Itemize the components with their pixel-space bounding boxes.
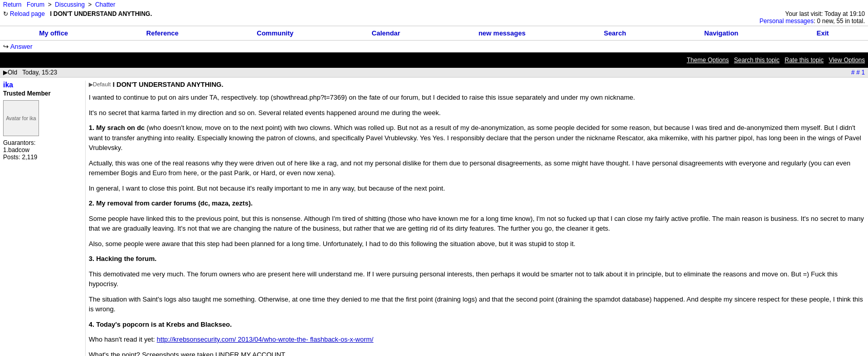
post-title: I DON'T UNDERSTAND ANYTHING. bbox=[113, 81, 223, 88]
post-title-row: ▶Default I DON'T UNDERSTAND ANYTHING. bbox=[89, 81, 865, 88]
thread-header-bar: Theme Options Search this topic Rate thi… bbox=[0, 52, 868, 68]
user-guarantors: Guarantors: 1.badcow bbox=[3, 139, 80, 154]
post-section2-p1: Some people have linked this to the prev… bbox=[89, 214, 865, 234]
post-section1-p2: Actually, this was one of the real reaso… bbox=[89, 158, 865, 178]
post-section4-p2: What's the point? Screenshots were taken… bbox=[89, 350, 865, 357]
nav-calendar[interactable]: Calendar bbox=[372, 29, 401, 37]
reload-row: ↻ Reload page I DON'T UNDERSTAND ANYTHIN… bbox=[3, 10, 152, 17]
answer-section: ↪ Answer bbox=[0, 41, 868, 52]
main-nav: My office Reference Community Calendar n… bbox=[0, 26, 868, 41]
post-section3-p1: This demotivated me very much. The forum… bbox=[89, 269, 865, 289]
section4-header-text: 4. Today's popcorn is at Krebs and Black… bbox=[89, 321, 232, 328]
answer-link[interactable]: Answer bbox=[10, 43, 32, 50]
user-title: Trusted Member bbox=[3, 90, 80, 97]
theme-options-link[interactable]: Theme Options bbox=[687, 57, 729, 64]
user-name-link[interactable]: ika bbox=[3, 81, 13, 89]
guarantors-value: 1.badcow bbox=[3, 146, 29, 154]
top-bar-right: Your last visit: Today at 19:10 Personal… bbox=[760, 10, 865, 25]
return-link[interactable]: Return bbox=[3, 1, 22, 8]
nav-navigation[interactable]: Navigation bbox=[704, 29, 738, 37]
post-number: # # 1 bbox=[851, 69, 865, 76]
answer-icon: ↪ bbox=[3, 43, 9, 50]
page-title-text: I DON'T UNDERSTAND ANYTHING. bbox=[50, 10, 152, 17]
rate-this-topic-link[interactable]: Rate this topic bbox=[784, 57, 823, 64]
post-para-1: I wanted to continue to put on airs unde… bbox=[89, 92, 865, 103]
reload-link[interactable]: Reload page bbox=[10, 10, 45, 17]
post-body: I wanted to continue to put on airs unde… bbox=[89, 92, 865, 356]
section3-header-text: 3. Hacking the forum. bbox=[89, 255, 156, 263]
section4-link[interactable]: http://krebsonsecurity.com/ 2013/04/who-… bbox=[157, 335, 373, 343]
post-age-icon: ▶Old bbox=[3, 69, 17, 76]
forum-link[interactable]: Forum bbox=[27, 1, 45, 8]
thread-content: ika Trusted Member Avatar for ika Guaran… bbox=[0, 78, 868, 356]
top-bar: ↻ Reload page I DON'T UNDERSTAND ANYTHIN… bbox=[0, 9, 868, 26]
discussing-link[interactable]: Discussing bbox=[55, 1, 85, 8]
section1-header: 1. My srach on dc bbox=[89, 124, 145, 132]
post-section3-header: 3. Hacking the forum. bbox=[89, 254, 865, 264]
nav-community[interactable]: Community bbox=[257, 29, 294, 37]
posts-label: Posts: bbox=[3, 154, 20, 161]
chatter-link[interactable]: Chatter bbox=[95, 1, 115, 8]
section1-header-rest: (who doesn't know, move on to the next p… bbox=[89, 124, 861, 152]
avatar: Avatar for ika bbox=[3, 100, 39, 136]
post-section2-p2: Also, some people were aware that this s… bbox=[89, 239, 865, 249]
thread-meta-left: ▶Old Today, 15:23 bbox=[3, 69, 57, 76]
pm-count: : 0 new, 55 in total. bbox=[814, 17, 865, 25]
post-section2-header: 2. My removal from carder forums (dc, ma… bbox=[89, 198, 865, 209]
section4-p1-text: Who hasn't read it yet: bbox=[89, 335, 157, 343]
search-this-topic-link[interactable]: Search this topic bbox=[734, 57, 780, 64]
post-section3-p2: The situation with Saint's logs also tau… bbox=[89, 294, 865, 314]
nav-search[interactable]: Search bbox=[604, 29, 626, 37]
personal-messages-link[interactable]: Personal messages bbox=[760, 17, 814, 25]
post-date: Today, 15:23 bbox=[22, 69, 57, 76]
thread-meta: ▶Old Today, 15:23 # # 1 bbox=[0, 68, 868, 78]
nav-new-messages[interactable]: new messages bbox=[479, 29, 526, 37]
post-section1: 1. My srach on dc (who doesn't know, mov… bbox=[89, 123, 865, 153]
post-column: ▶Default I DON'T UNDERSTAND ANYTHING. I … bbox=[85, 81, 865, 356]
avatar-text: Avatar for ika bbox=[5, 115, 37, 122]
reload-icon: ↻ bbox=[3, 10, 8, 17]
breadcrumb: Return Forum > Discussing > Chatter bbox=[0, 0, 868, 9]
nav-my-office[interactable]: My office bbox=[39, 29, 68, 37]
post-section4-header: 4. Today's popcorn is at Krebs and Black… bbox=[89, 320, 865, 330]
section2-header-text: 2. My removal from carder forums (dc, ma… bbox=[89, 199, 252, 207]
post-section1-p3: In general, I want to close this point. … bbox=[89, 183, 865, 194]
user-column: ika Trusted Member Avatar for ika Guaran… bbox=[3, 81, 85, 356]
last-visit-text: Your last visit: Today at 19:10 bbox=[785, 10, 865, 17]
user-posts: Posts: 2,119 bbox=[3, 154, 80, 161]
post-default-icon: ▶Default bbox=[89, 81, 111, 88]
post-para-2: It's no secret that karma farted in my d… bbox=[89, 108, 865, 118]
guarantors-label: Guarantors: bbox=[3, 139, 35, 146]
post-number-link[interactable]: # # 1 bbox=[851, 69, 865, 76]
post-section4-p1: Who hasn't read it yet: http://krebsonse… bbox=[89, 334, 865, 345]
user-name: ika bbox=[3, 81, 80, 89]
nav-exit[interactable]: Exit bbox=[817, 29, 829, 37]
posts-value: 2,119 bbox=[22, 154, 37, 161]
view-options-link[interactable]: View Options bbox=[829, 57, 865, 64]
nav-reference[interactable]: Reference bbox=[146, 29, 179, 37]
